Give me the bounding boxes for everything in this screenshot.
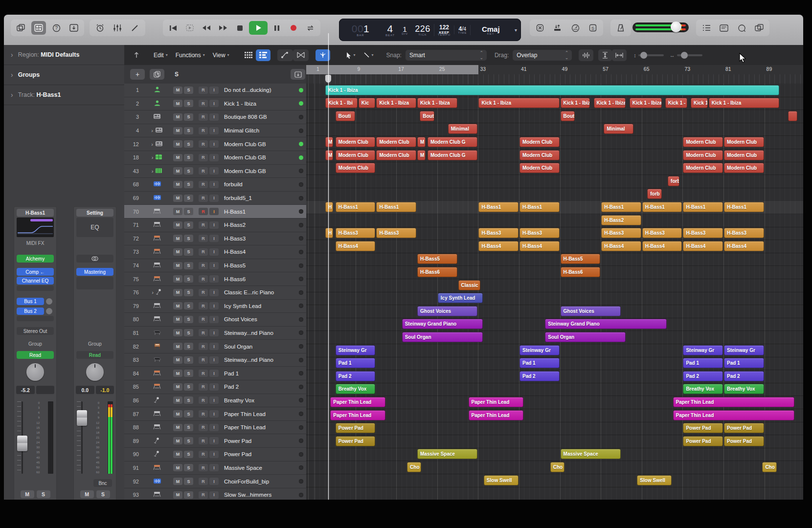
solo-button[interactable]: S bbox=[184, 248, 193, 256]
input-monitor-button[interactable]: I bbox=[209, 235, 219, 242]
midi-region[interactable]: Steinway Gr bbox=[336, 345, 376, 355]
track-zoom-icon[interactable] bbox=[291, 69, 305, 80]
record-enable-button[interactable]: R bbox=[199, 127, 208, 134]
midi-region[interactable]: Modern Club bbox=[724, 137, 764, 147]
track-on-cell[interactable] bbox=[295, 155, 306, 160]
edit-menu[interactable]: Edit▾ bbox=[150, 52, 172, 59]
midi-region[interactable]: Steinway Grand Piano bbox=[545, 319, 667, 329]
secondary-tool-menu[interactable]: ▾ bbox=[360, 52, 378, 58]
track-on-indicator[interactable] bbox=[299, 236, 303, 241]
midi-region[interactable]: Massive Space bbox=[417, 449, 477, 459]
track-on-indicator[interactable] bbox=[299, 155, 303, 160]
arrange-area[interactable]: Kick 1 - IbizaKick 1 - IbiKicKick 1 - Ib… bbox=[306, 84, 803, 500]
track-on-indicator[interactable] bbox=[299, 101, 303, 106]
send-slot-empty[interactable] bbox=[17, 316, 54, 321]
cycle-button[interactable] bbox=[303, 21, 317, 35]
inspector-toggle-icon[interactable] bbox=[31, 21, 46, 35]
input-monitor-button[interactable]: I bbox=[209, 127, 219, 134]
solo-button[interactable]: S bbox=[37, 490, 50, 498]
functions-menu[interactable]: Functions▾ bbox=[172, 52, 209, 59]
tempo-clock-icon[interactable] bbox=[92, 21, 107, 35]
record-enable-button[interactable]: R bbox=[199, 356, 208, 364]
mute-button[interactable]: M bbox=[173, 302, 182, 309]
midi-region[interactable]: Kick 1 - bbox=[665, 98, 687, 108]
midi-region[interactable]: Kick 1 - Ibiza bbox=[325, 85, 779, 95]
input-monitor-button[interactable]: I bbox=[209, 100, 219, 107]
track-on-cell[interactable] bbox=[295, 330, 306, 335]
input-monitor-button[interactable]: I bbox=[209, 316, 219, 323]
midi-region[interactable] bbox=[788, 111, 797, 121]
midi-region[interactable]: Steinway Gr bbox=[724, 345, 764, 355]
track-row[interactable]: 92MSRIChoirForBuild_bip bbox=[124, 475, 306, 488]
solo-button[interactable]: S bbox=[184, 316, 193, 323]
track-lane[interactable] bbox=[306, 279, 803, 292]
input-monitor-button[interactable]: I bbox=[209, 464, 219, 471]
mute-button[interactable]: M bbox=[173, 424, 182, 431]
midi-region[interactable]: H-Bass4 bbox=[519, 241, 560, 251]
disclosure-icon[interactable]: › bbox=[152, 154, 154, 160]
horizontal-zoom-icon[interactable] bbox=[612, 49, 627, 61]
input-monitor-button[interactable]: I bbox=[209, 383, 219, 391]
input-monitor-button[interactable]: I bbox=[209, 140, 219, 148]
vertical-zoom-icon[interactable] bbox=[598, 49, 612, 61]
track-name[interactable]: Modern Club GB bbox=[220, 168, 295, 174]
track-row[interactable]: 69MSRIforbuild5_1 bbox=[124, 192, 306, 205]
track-lane[interactable] bbox=[306, 305, 803, 318]
midi-region[interactable]: Power Pad bbox=[336, 436, 376, 446]
output-fx-slot[interactable]: Mastering bbox=[76, 268, 113, 276]
input-monitor-button[interactable]: I bbox=[209, 262, 219, 269]
waveform-zoom-icon[interactable] bbox=[579, 49, 593, 61]
solo-button[interactable]: S bbox=[184, 329, 193, 336]
midi-region[interactable]: H-Bass5 bbox=[417, 254, 457, 264]
record-enable-button[interactable]: R bbox=[199, 491, 208, 499]
master-volume-knob[interactable] bbox=[671, 22, 681, 32]
mute-button[interactable]: M bbox=[173, 383, 182, 391]
automation-curve-icon[interactable] bbox=[277, 49, 293, 61]
track-row[interactable]: 83MSRISteinway...nd Piano bbox=[124, 353, 306, 367]
track-lane[interactable] bbox=[306, 110, 803, 123]
track-on-cell[interactable] bbox=[295, 358, 306, 362]
midi-region[interactable]: Modern Club bbox=[724, 150, 764, 160]
track-on-indicator[interactable] bbox=[299, 385, 303, 389]
disclosure-icon[interactable]: › bbox=[152, 289, 154, 295]
midi-region[interactable]: Breathy Vox bbox=[683, 384, 723, 394]
volume-value[interactable]: -5.2 bbox=[16, 386, 35, 394]
fader-cap[interactable] bbox=[77, 410, 87, 426]
track-on-indicator[interactable] bbox=[299, 358, 303, 362]
midi-region[interactable]: H-Bass6 bbox=[417, 267, 457, 277]
midi-region[interactable]: Paper Thin Lead bbox=[673, 397, 795, 407]
mute-button[interactable]: M bbox=[173, 100, 182, 107]
mute-button[interactable]: M bbox=[173, 248, 182, 256]
track-icon-cell[interactable]: › bbox=[141, 126, 173, 135]
record-enable-button[interactable]: R bbox=[199, 140, 208, 148]
track-on-cell[interactable] bbox=[295, 371, 306, 375]
input-monitor-button[interactable]: I bbox=[209, 491, 219, 499]
group-slot[interactable]: Group bbox=[17, 340, 54, 348]
track-name[interactable]: Slow Sw...himmers bbox=[220, 492, 295, 498]
lcd-display[interactable]: 001 BAR 4BEAT 1DIV 226TICK 122KEEPTEMPO … bbox=[339, 19, 521, 41]
midi-region[interactable]: Modern Club bbox=[336, 137, 376, 147]
track-row[interactable]: 85MSRIPad 2 bbox=[124, 380, 306, 394]
solo-button[interactable]: S bbox=[184, 208, 193, 215]
solo-button[interactable]: S bbox=[184, 491, 193, 499]
track-name[interactable]: Soul Organ bbox=[220, 344, 295, 350]
track-on-cell[interactable] bbox=[295, 398, 306, 402]
midi-region[interactable]: Soul Organ bbox=[545, 332, 626, 342]
midi-region[interactable]: Breathy Vox bbox=[336, 384, 376, 394]
midi-region[interactable]: Kick 1 - Ibiza bbox=[630, 98, 662, 108]
solo-mode-icon[interactable]: S bbox=[586, 21, 600, 35]
midi-region[interactable]: H-Bass4 bbox=[683, 241, 723, 251]
record-enable-button[interactable]: R bbox=[199, 275, 208, 283]
track-name[interactable]: Steinway...nd Piano bbox=[220, 330, 295, 336]
track-row[interactable]: 80MSRIGhost Voices bbox=[124, 313, 306, 327]
solo-button[interactable]: S bbox=[184, 113, 193, 121]
mute-button[interactable]: M bbox=[173, 154, 182, 161]
track-name[interactable]: H-Bass4 bbox=[220, 249, 295, 255]
track-name[interactable]: ChoirForBuild_bip bbox=[220, 479, 295, 484]
midi-region[interactable]: H-Bass3 bbox=[601, 228, 641, 238]
track-name[interactable]: Pad 2 bbox=[220, 384, 295, 390]
smart-controls-icon[interactable] bbox=[110, 21, 125, 35]
solo-button[interactable]: S bbox=[184, 437, 193, 444]
midi-region[interactable]: forbul bbox=[668, 176, 679, 186]
record-enable-button[interactable]: R bbox=[199, 235, 208, 242]
